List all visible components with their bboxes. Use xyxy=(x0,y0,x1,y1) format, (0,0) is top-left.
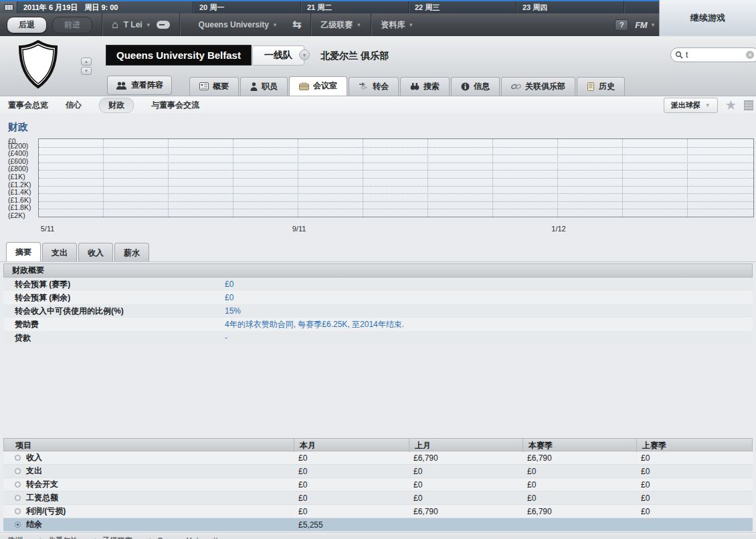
search-input[interactable] xyxy=(686,50,743,60)
column-header[interactable]: 上赛季 xyxy=(636,439,752,452)
main-tabstrip: 查看阵容 概要 职员 会议室 xyxy=(0,76,756,96)
tab-affiliated-clubs[interactable]: 关联俱乐部 xyxy=(501,77,575,96)
bottombar-club[interactable]: Queens University ▲ xyxy=(157,536,232,539)
switch-view-button[interactable]: ⇆ xyxy=(292,19,301,30)
spacer xyxy=(0,344,756,438)
timeline-day[interactable]: 20 周一 xyxy=(193,1,300,13)
home-icon: ⌂ xyxy=(112,19,118,30)
fm-menu[interactable]: FM ▼ xyxy=(635,20,656,30)
cell-this-season: £0 xyxy=(522,467,636,476)
subnav-finances[interactable]: 财政 xyxy=(99,98,134,113)
tab-summary[interactable]: 摘要 xyxy=(6,242,41,261)
tab-staff[interactable]: 职员 xyxy=(240,77,288,96)
squad-icon xyxy=(116,82,127,90)
table-row[interactable]: 支出 £0 £0 £0 £0 xyxy=(3,465,753,478)
y-tick-label: (£2K) xyxy=(8,212,25,219)
league-nav-label: 乙级联赛 xyxy=(320,19,353,31)
cell-this-month: £0 xyxy=(293,494,408,503)
tab-transfers[interactable]: 转会 xyxy=(349,77,399,96)
bottombar-league[interactable]: 乙级联赛 ▲ xyxy=(103,536,143,539)
timeline-day[interactable]: 23 周四 xyxy=(516,1,624,13)
fm-logo: FM xyxy=(635,20,647,30)
calendar-button[interactable] xyxy=(0,1,17,13)
view-squad-button[interactable]: 查看阵容 xyxy=(107,76,172,95)
gridline xyxy=(39,209,753,209)
radio-icon[interactable] xyxy=(15,508,21,514)
cell-this-month: £0 xyxy=(293,507,408,516)
timeline-current-day[interactable]: 2011年 6 月19日 周日 9: 00 xyxy=(17,1,193,13)
radio-icon[interactable] xyxy=(15,455,21,461)
club-menu[interactable]: Queens University ▼ xyxy=(199,20,278,29)
cell-last-season: £0 xyxy=(636,494,753,503)
squad-dropdown-button[interactable]: ▼ xyxy=(299,49,310,60)
row-label: 结余 xyxy=(26,519,42,530)
gridline xyxy=(39,147,753,148)
forward-button[interactable]: 前进 xyxy=(52,17,92,33)
tab-history[interactable]: 历史 xyxy=(577,77,625,96)
chevron-down-icon: ▼ xyxy=(705,102,711,108)
send-scout-button[interactable]: 派出球探 ▼ xyxy=(664,98,718,113)
column-header[interactable]: 本赛季 xyxy=(523,439,636,452)
swap-icon: ⇆ xyxy=(292,19,301,30)
subnav-actions: 派出球探 ▼ ★ xyxy=(664,98,748,113)
continue-game-button[interactable]: 继续游戏 xyxy=(659,0,756,36)
cell-this-month: £5,255 xyxy=(293,520,408,530)
radio-selected-icon[interactable] xyxy=(15,522,21,528)
divider xyxy=(310,13,311,36)
help-button[interactable]: ? xyxy=(615,19,628,31)
tab-search[interactable]: 搜索 xyxy=(400,77,450,96)
divider xyxy=(179,13,180,36)
home-button[interactable]: ⌂ xyxy=(112,19,118,30)
bottombar-label: 欧洲 xyxy=(8,536,23,539)
manager-menu[interactable]: T Lei ▼ xyxy=(124,20,151,29)
column-header[interactable]: 本月 xyxy=(294,439,409,452)
tab-boardroom[interactable]: 会议室 xyxy=(289,76,347,96)
squad-selector-button[interactable]: 一线队 xyxy=(252,45,304,66)
gridline xyxy=(39,163,753,163)
tab-expenditure[interactable]: 支出 xyxy=(42,243,77,261)
chart-y-axis: £0 (£200) (£400) (£600) (£800) (£1K) (£1… xyxy=(0,138,38,223)
inbox-button[interactable] xyxy=(157,21,170,29)
gridline xyxy=(687,139,688,217)
row-label: 利润/(亏损) xyxy=(26,506,66,517)
current-weekday-time: 周日 9: 00 xyxy=(84,3,118,13)
table-row[interactable]: 利润/(亏损) £0 £6,790 £6,790 £0 xyxy=(3,505,753,518)
column-header[interactable]: 上月 xyxy=(409,439,523,452)
tab-overview[interactable]: 概要 xyxy=(189,77,239,96)
notes-icon[interactable] xyxy=(744,100,753,110)
spinner-down-button[interactable]: ▼ xyxy=(81,67,92,75)
timeline-day[interactable]: 21 周二 xyxy=(300,1,408,13)
tab-information[interactable]: 信息 xyxy=(451,77,500,96)
table-row[interactable]: 收入 £0 £6,790 £6,790 £0 xyxy=(3,451,753,465)
tab-wages[interactable]: 薪水 xyxy=(114,243,149,261)
bottombar-continent[interactable]: 欧洲 ▲ xyxy=(8,536,33,539)
radio-icon[interactable] xyxy=(15,481,21,488)
database-menu[interactable]: 资料库 ▼ xyxy=(381,19,413,31)
column-header[interactable]: 项目 xyxy=(4,439,294,452)
timeline-day[interactable]: 22 周三 xyxy=(408,1,516,13)
bottombar-nation[interactable]: 北爱尔兰 ▲ xyxy=(48,536,88,539)
table-row-balance[interactable]: 结余 £5,255 xyxy=(3,518,753,532)
subnav-board-talk[interactable]: 与董事会交流 xyxy=(151,100,199,111)
table-row[interactable]: 工资总额 £0 £0 £0 £0 xyxy=(3,492,753,505)
back-button[interactable]: 后退 xyxy=(7,17,47,33)
view-squad-label: 查看阵容 xyxy=(131,80,163,91)
table-row[interactable]: 转会开支 £0 £0 £0 £0 xyxy=(3,478,753,492)
league-menu[interactable]: 乙级联赛 ▼ xyxy=(320,19,361,31)
subnav-board-overview[interactable]: 董事会总览 xyxy=(8,100,48,111)
clear-search-icon[interactable]: ✕ xyxy=(746,51,754,59)
day-label: 20 周一 xyxy=(199,3,224,13)
navigation-bar: 后退 前进 ⌂ T Lei ▼ Queens University ▼ ⇆ 乙级… xyxy=(0,13,756,36)
spinner-up-button[interactable]: ▲ xyxy=(81,58,92,66)
gridline xyxy=(39,193,753,194)
row-label: 收入 xyxy=(26,452,42,463)
bottombar-label: Queens University xyxy=(157,536,222,539)
favourite-star-icon[interactable]: ★ xyxy=(726,98,736,112)
radio-icon[interactable] xyxy=(15,468,21,474)
top-chrome: 2011年 6 月19日 周日 9: 00 20 周一 21 周二 22 周三 … xyxy=(0,0,756,36)
profile-card-icon xyxy=(199,82,209,90)
subnav-confidence[interactable]: 信心 xyxy=(66,100,82,111)
chevron-down-icon: ▼ xyxy=(408,22,413,28)
radio-icon[interactable] xyxy=(15,495,21,501)
tab-income[interactable]: 收入 xyxy=(78,243,113,261)
